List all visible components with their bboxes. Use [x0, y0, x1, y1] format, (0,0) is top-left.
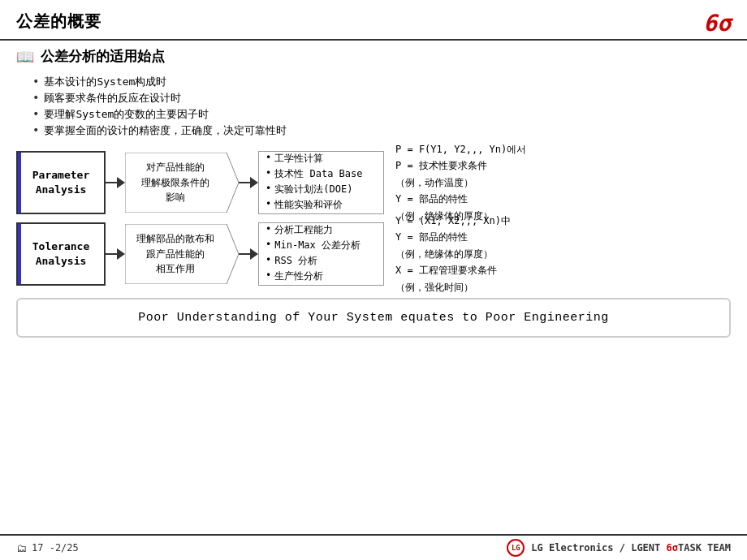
- bullet-list: 基本设计的System构成时 顾客要求条件的反应在设计时 要理解System的变…: [32, 74, 731, 139]
- header: 公差的概要 6σ: [0, 0, 747, 41]
- middle-box-1: 对产品性能的理解极限条件的影响: [125, 153, 239, 213]
- page-title: 公差的概要: [16, 11, 101, 32]
- arrow-1: [106, 177, 125, 188]
- list-item: 实验计划法(DOE): [266, 183, 362, 196]
- formula-text-1: P = F(Y1, Y2,,, Yn)에서 P = 技术性要求条件 （例，动作温…: [395, 141, 526, 224]
- section-title: 公差分析的适用始点: [41, 47, 165, 66]
- brand-text: LG Electronics / LGENT 6σTASK TEAM: [531, 542, 731, 554]
- list-item: 生产性分析: [266, 269, 361, 283]
- brand-sigma: 6σ: [667, 542, 678, 554]
- parameter-analysis-box: ParameterAnalysis: [16, 151, 106, 214]
- diagram-area: ParameterAnalysis 对产品性能的理解极限条件的影响: [16, 150, 731, 286]
- sigma-label: 6σ: [703, 10, 731, 37]
- lg-logo: LG: [507, 539, 525, 557]
- list-item: RSS 分析: [266, 254, 361, 268]
- list-item: 技术性 Data Base: [266, 167, 362, 181]
- folder-icon: 🗂: [16, 542, 27, 554]
- right-bullet-box-1: 工学性计算 技术性 Data Base 实验计划法(DOE) 性能实验和评价: [258, 151, 384, 214]
- list-item: 顾客要求条件的反应在设计时: [32, 90, 731, 106]
- left-box-label-2: ToleranceAnalysis: [32, 239, 89, 269]
- main-content: 📖 公差分析的适用始点 基本设计的System构成时 顾客要求条件的反应在设计时…: [0, 41, 747, 534]
- formula-text-2: Y = (X1, X2,,, Xn)中 Y = 部品的特性 （例，绝缘体的厚度）…: [395, 213, 511, 295]
- formula-area-1: P = F(Y1, Y2,,, Yn)에서 P = 技术性要求条件 （例，动作温…: [384, 141, 731, 224]
- list-item: 性能实验和评价: [266, 198, 362, 212]
- list-item: 基本设计的System构成时: [32, 74, 731, 90]
- section-heading: 📖 公差分析的适用始点: [16, 47, 731, 66]
- right-bullet-box-2: 分析工程能力 Min-Max 公差分析 RSS 分析 生产性分析: [258, 222, 384, 286]
- page: 公差的概要 6σ 📖 公差分析的适用始点 基本设计的System构成时 顾客要求…: [0, 0, 747, 560]
- left-box-label-1: ParameterAnalysis: [32, 168, 89, 197]
- diagram-row-2: ToleranceAnalysis 理解部品的散布和跟产品性能的相互作用: [16, 222, 731, 286]
- page-number: 17 -2/25: [32, 542, 79, 554]
- formula-area-2: Y = (X1, X2,,, Xn)中 Y = 部品的特性 （例，绝缘体的厚度）…: [384, 213, 731, 295]
- list-item: 要理解System的变数的主要因子时: [32, 106, 731, 123]
- tolerance-analysis-box: ToleranceAnalysis: [16, 222, 106, 286]
- arrow-3: [106, 248, 125, 260]
- middle-box-2: 理解部品的散布和跟产品性能的相互作用: [125, 224, 239, 284]
- list-item: 分析工程能力: [266, 223, 361, 237]
- quote-text: Poor Understanding of Your System equate…: [138, 311, 609, 325]
- footer-page: 🗂 17 -2/25: [16, 542, 79, 554]
- list-item: 工学性计算: [266, 152, 362, 166]
- sigma-logo: 6σ: [703, 6, 731, 36]
- arrow-2: [239, 177, 258, 188]
- footer: 🗂 17 -2/25 LG LG Electronics / LGENT 6σT…: [0, 534, 747, 560]
- list-item: Min-Max 公差分析: [266, 239, 361, 252]
- list-item: 要掌握全面的设计的精密度，正确度，决定可靠性时: [32, 123, 731, 139]
- arrow-4: [239, 248, 258, 260]
- footer-brand: LG LG Electronics / LGENT 6σTASK TEAM: [507, 539, 731, 557]
- book-icon: 📖: [16, 48, 34, 65]
- diagram-row-1: ParameterAnalysis 对产品性能的理解极限条件的影响: [16, 150, 731, 215]
- quote-box: Poor Understanding of Your System equate…: [16, 298, 731, 338]
